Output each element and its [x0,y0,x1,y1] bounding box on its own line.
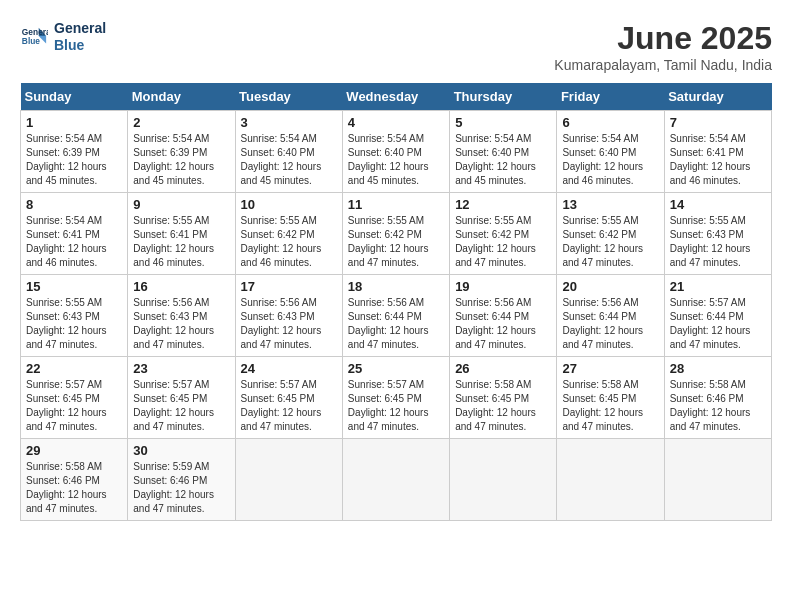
day-info: Sunrise: 5:56 AMSunset: 6:44 PMDaylight:… [348,297,429,350]
calendar-cell: 24 Sunrise: 5:57 AMSunset: 6:45 PMDaylig… [235,357,342,439]
calendar-cell: 1 Sunrise: 5:54 AMSunset: 6:39 PMDayligh… [21,111,128,193]
calendar-cell: 28 Sunrise: 5:58 AMSunset: 6:46 PMDaylig… [664,357,771,439]
day-info: Sunrise: 5:55 AMSunset: 6:42 PMDaylight:… [562,215,643,268]
day-number: 20 [562,279,658,294]
calendar-cell: 29 Sunrise: 5:58 AMSunset: 6:46 PMDaylig… [21,439,128,521]
calendar-cell: 30 Sunrise: 5:59 AMSunset: 6:46 PMDaylig… [128,439,235,521]
calendar-week-row: 15 Sunrise: 5:55 AMSunset: 6:43 PMDaylig… [21,275,772,357]
day-number: 15 [26,279,122,294]
calendar-cell: 9 Sunrise: 5:55 AMSunset: 6:41 PMDayligh… [128,193,235,275]
day-info: Sunrise: 5:58 AMSunset: 6:46 PMDaylight:… [670,379,751,432]
day-number: 24 [241,361,337,376]
logo-line1: General [54,20,106,37]
day-number: 12 [455,197,551,212]
calendar-cell: 26 Sunrise: 5:58 AMSunset: 6:45 PMDaylig… [450,357,557,439]
calendar-cell: 10 Sunrise: 5:55 AMSunset: 6:42 PMDaylig… [235,193,342,275]
calendar-cell: 5 Sunrise: 5:54 AMSunset: 6:40 PMDayligh… [450,111,557,193]
day-number: 26 [455,361,551,376]
col-wednesday: Wednesday [342,83,449,111]
calendar-cell: 21 Sunrise: 5:57 AMSunset: 6:44 PMDaylig… [664,275,771,357]
day-number: 17 [241,279,337,294]
calendar-cell: 25 Sunrise: 5:57 AMSunset: 6:45 PMDaylig… [342,357,449,439]
day-number: 3 [241,115,337,130]
day-number: 19 [455,279,551,294]
day-number: 8 [26,197,122,212]
day-number: 28 [670,361,766,376]
day-number: 27 [562,361,658,376]
day-number: 9 [133,197,229,212]
day-info: Sunrise: 5:54 AMSunset: 6:40 PMDaylight:… [348,133,429,186]
calendar-cell [664,439,771,521]
day-info: Sunrise: 5:55 AMSunset: 6:43 PMDaylight:… [26,297,107,350]
col-saturday: Saturday [664,83,771,111]
calendar-cell: 2 Sunrise: 5:54 AMSunset: 6:39 PMDayligh… [128,111,235,193]
day-number: 16 [133,279,229,294]
calendar-cell [342,439,449,521]
day-info: Sunrise: 5:54 AMSunset: 6:40 PMDaylight:… [455,133,536,186]
col-tuesday: Tuesday [235,83,342,111]
day-number: 23 [133,361,229,376]
logo-icon: General Blue [20,23,48,51]
calendar-cell: 15 Sunrise: 5:55 AMSunset: 6:43 PMDaylig… [21,275,128,357]
day-info: Sunrise: 5:57 AMSunset: 6:45 PMDaylight:… [348,379,429,432]
day-info: Sunrise: 5:56 AMSunset: 6:44 PMDaylight:… [562,297,643,350]
col-thursday: Thursday [450,83,557,111]
day-number: 29 [26,443,122,458]
calendar-week-row: 8 Sunrise: 5:54 AMSunset: 6:41 PMDayligh… [21,193,772,275]
calendar-cell: 14 Sunrise: 5:55 AMSunset: 6:43 PMDaylig… [664,193,771,275]
day-info: Sunrise: 5:56 AMSunset: 6:43 PMDaylight:… [133,297,214,350]
calendar-cell: 16 Sunrise: 5:56 AMSunset: 6:43 PMDaylig… [128,275,235,357]
day-info: Sunrise: 5:54 AMSunset: 6:41 PMDaylight:… [670,133,751,186]
day-number: 7 [670,115,766,130]
calendar-cell: 27 Sunrise: 5:58 AMSunset: 6:45 PMDaylig… [557,357,664,439]
day-info: Sunrise: 5:56 AMSunset: 6:44 PMDaylight:… [455,297,536,350]
day-number: 1 [26,115,122,130]
day-info: Sunrise: 5:54 AMSunset: 6:40 PMDaylight:… [241,133,322,186]
calendar-cell: 22 Sunrise: 5:57 AMSunset: 6:45 PMDaylig… [21,357,128,439]
calendar-cell: 4 Sunrise: 5:54 AMSunset: 6:40 PMDayligh… [342,111,449,193]
calendar-week-row: 1 Sunrise: 5:54 AMSunset: 6:39 PMDayligh… [21,111,772,193]
calendar-cell: 17 Sunrise: 5:56 AMSunset: 6:43 PMDaylig… [235,275,342,357]
day-number: 2 [133,115,229,130]
calendar-week-row: 29 Sunrise: 5:58 AMSunset: 6:46 PMDaylig… [21,439,772,521]
day-info: Sunrise: 5:55 AMSunset: 6:43 PMDaylight:… [670,215,751,268]
day-info: Sunrise: 5:54 AMSunset: 6:39 PMDaylight:… [26,133,107,186]
day-info: Sunrise: 5:56 AMSunset: 6:43 PMDaylight:… [241,297,322,350]
day-info: Sunrise: 5:55 AMSunset: 6:41 PMDaylight:… [133,215,214,268]
svg-text:Blue: Blue [22,36,40,46]
col-sunday: Sunday [21,83,128,111]
day-info: Sunrise: 5:55 AMSunset: 6:42 PMDaylight:… [348,215,429,268]
day-info: Sunrise: 5:58 AMSunset: 6:45 PMDaylight:… [455,379,536,432]
page-header: General Blue General Blue June 2025 Kuma… [20,20,772,73]
day-info: Sunrise: 5:55 AMSunset: 6:42 PMDaylight:… [455,215,536,268]
logo: General Blue General Blue [20,20,106,54]
day-info: Sunrise: 5:58 AMSunset: 6:46 PMDaylight:… [26,461,107,514]
day-info: Sunrise: 5:54 AMSunset: 6:39 PMDaylight:… [133,133,214,186]
calendar-table: Sunday Monday Tuesday Wednesday Thursday… [20,83,772,521]
calendar-cell: 18 Sunrise: 5:56 AMSunset: 6:44 PMDaylig… [342,275,449,357]
header-row: Sunday Monday Tuesday Wednesday Thursday… [21,83,772,111]
day-info: Sunrise: 5:58 AMSunset: 6:45 PMDaylight:… [562,379,643,432]
calendar-cell: 23 Sunrise: 5:57 AMSunset: 6:45 PMDaylig… [128,357,235,439]
day-info: Sunrise: 5:55 AMSunset: 6:42 PMDaylight:… [241,215,322,268]
calendar-cell: 11 Sunrise: 5:55 AMSunset: 6:42 PMDaylig… [342,193,449,275]
day-number: 10 [241,197,337,212]
calendar-cell [557,439,664,521]
day-info: Sunrise: 5:57 AMSunset: 6:45 PMDaylight:… [26,379,107,432]
calendar-cell [450,439,557,521]
calendar-cell: 12 Sunrise: 5:55 AMSunset: 6:42 PMDaylig… [450,193,557,275]
location: Kumarapalayam, Tamil Nadu, India [554,57,772,73]
col-monday: Monday [128,83,235,111]
col-friday: Friday [557,83,664,111]
day-info: Sunrise: 5:54 AMSunset: 6:40 PMDaylight:… [562,133,643,186]
day-number: 25 [348,361,444,376]
calendar-cell: 3 Sunrise: 5:54 AMSunset: 6:40 PMDayligh… [235,111,342,193]
day-number: 4 [348,115,444,130]
day-number: 5 [455,115,551,130]
day-number: 18 [348,279,444,294]
day-number: 21 [670,279,766,294]
calendar-cell: 7 Sunrise: 5:54 AMSunset: 6:41 PMDayligh… [664,111,771,193]
calendar-cell: 13 Sunrise: 5:55 AMSunset: 6:42 PMDaylig… [557,193,664,275]
calendar-cell [235,439,342,521]
day-info: Sunrise: 5:59 AMSunset: 6:46 PMDaylight:… [133,461,214,514]
